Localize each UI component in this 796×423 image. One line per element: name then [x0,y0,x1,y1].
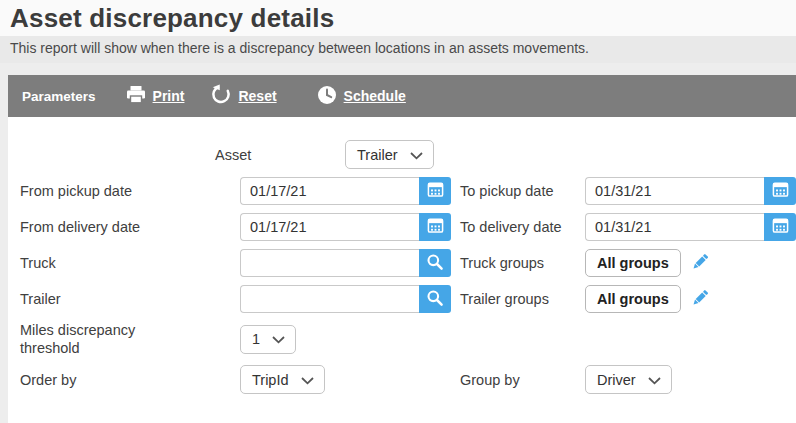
page-title: Asset discrepancy details [0,0,796,36]
print-button[interactable]: Print [126,85,185,107]
reset-button[interactable]: Reset [210,84,276,108]
order-by-value: TripId [252,372,289,388]
calendar-icon [427,181,444,201]
truck-search-button[interactable] [419,249,451,277]
to-pickup-date-input[interactable] [585,177,764,205]
calendar-icon [772,217,789,237]
chevron-down-icon [301,372,314,388]
asset-row: Asset Trailer [8,140,796,169]
order-by-label: Order by [8,371,240,389]
truck-groups-label: Truck groups [460,255,585,271]
to-delivery-date-label: To delivery date [460,219,585,235]
chevron-down-icon [648,372,661,388]
truck-row: Truck Truck groups All g [8,249,796,277]
trailer-label: Trailer [8,290,240,308]
order-by-dropdown[interactable]: TripId [240,365,325,394]
trailer-groups-button[interactable]: All groups [585,285,681,313]
schedule-button[interactable]: Schedule [317,85,406,108]
from-delivery-date-label: From delivery date [8,218,240,236]
pickup-dates-row: From pickup date [8,177,796,205]
from-delivery-date-calendar-button[interactable] [419,213,451,241]
chevron-down-icon [410,147,423,163]
truck-groups-button[interactable]: All groups [585,249,681,277]
truck-input[interactable] [240,249,419,277]
delivery-dates-row: From delivery date [8,213,796,241]
printer-icon [126,85,146,107]
parameters-form: Asset Trailer From pickup date [8,117,796,394]
search-icon [426,253,444,274]
reset-arrow-icon [210,84,231,108]
chevron-down-icon [272,331,285,347]
trailer-groups-edit-button[interactable] [690,287,711,312]
pencil-icon [690,287,711,312]
print-label: Print [153,88,185,104]
parameters-label: Parameters [22,89,96,104]
miles-threshold-label: Miles discrepancy threshold [20,321,165,357]
truck-groups-edit-button[interactable] [690,251,711,276]
calendar-icon [427,217,444,237]
trailer-row: Trailer Trailer groups A [8,285,796,313]
pencil-icon [690,251,711,276]
miles-threshold-row: Miles discrepancy threshold 1 [8,321,796,357]
asset-dropdown[interactable]: Trailer [345,140,434,169]
group-by-value: Driver [597,372,636,388]
search-icon [426,289,444,310]
from-pickup-date-input[interactable] [240,177,419,205]
from-pickup-date-calendar-button[interactable] [419,177,451,205]
to-delivery-date-calendar-button[interactable] [764,213,796,241]
truck-label: Truck [8,254,240,272]
order-group-row: Order by TripId Group by Driver [8,365,796,394]
miles-threshold-value: 1 [252,331,260,347]
report-parameters-panel: Parameters Print Reset [8,75,796,423]
page-subtitle: This report will show when there is a di… [0,36,796,63]
miles-threshold-dropdown[interactable]: 1 [240,325,296,354]
schedule-label: Schedule [344,88,406,104]
group-by-dropdown[interactable]: Driver [585,365,672,394]
reset-label: Reset [238,88,276,104]
to-pickup-date-calendar-button[interactable] [764,177,796,205]
trailer-groups-label: Trailer groups [460,291,585,307]
calendar-icon [772,181,789,201]
trailer-input[interactable] [240,285,419,313]
asset-dropdown-value: Trailer [357,147,398,163]
group-by-label: Group by [460,372,585,388]
to-pickup-date-label: To pickup date [460,183,585,199]
to-delivery-date-input[interactable] [585,213,764,241]
from-pickup-date-label: From pickup date [8,182,240,200]
from-delivery-date-input[interactable] [240,213,419,241]
trailer-search-button[interactable] [419,285,451,313]
asset-label: Asset [215,147,345,163]
toolbar: Parameters Print Reset [8,75,796,117]
clock-icon [317,85,337,108]
